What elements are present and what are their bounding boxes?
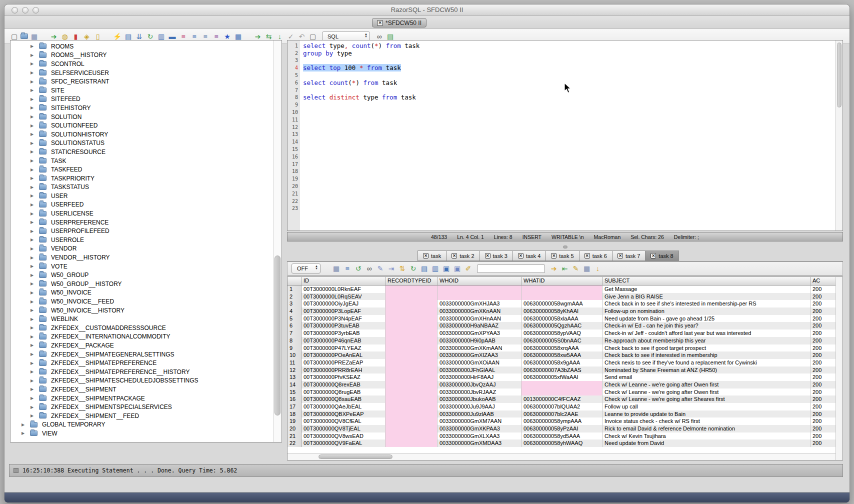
tree-item-zkfedex__shipmentspecialservices[interactable]: ▶ZKFEDEX__SHIPMENTSPECIALSERVICES: [10, 402, 273, 412]
disclosure-triangle-icon[interactable]: ▶: [30, 212, 35, 216]
disclosure-triangle-icon[interactable]: ▶: [22, 431, 26, 436]
edit-row-icon[interactable]: ✎: [376, 264, 385, 274]
results-tab-task-8[interactable]: ✕task 8: [645, 250, 678, 261]
editor-scrollbar-thumb[interactable]: [837, 42, 842, 108]
table-row[interactable]: 900T3000000P47LYEAZ0033000000GmXKmAAN006…: [288, 344, 842, 352]
table-row[interactable]: 1200T3000000PRR8rEAH0033000000JFhGlAAL00…: [288, 366, 842, 374]
pen-icon[interactable]: ✐: [464, 264, 473, 274]
disclosure-triangle-icon[interactable]: ▶: [30, 405, 35, 410]
disclosure-triangle-icon[interactable]: ▶: [30, 300, 35, 304]
disclosure-triangle-icon[interactable]: ▶: [30, 378, 35, 383]
table-row[interactable]: 2000T3000000QV8TjEAL0033000000GmXKPAA300…: [288, 425, 842, 432]
tree-item-w50_invoice[interactable]: ▶W50_INVOICE: [10, 288, 273, 298]
results-hscrollbar[interactable]: [288, 453, 836, 460]
disclosure-triangle-icon[interactable]: ▶: [30, 220, 35, 224]
tree-item-userfeed[interactable]: ▶USERFEED: [10, 200, 273, 210]
tree-item-rooms[interactable]: ▶ROOMS: [10, 42, 273, 51]
tree-item-sitehistory[interactable]: ▶SITEHISTORY: [10, 104, 273, 112]
results-tab-task-5[interactable]: ✕task 5: [546, 250, 579, 261]
results-tab-task-2[interactable]: ✕task 2: [446, 250, 480, 261]
limit-dropdown[interactable]: OFF ▲▼: [292, 264, 320, 274]
tree-item-taskpriority[interactable]: ▶TASKPRIORITY: [10, 174, 273, 183]
disclosure-triangle-icon[interactable]: ▶: [30, 150, 35, 154]
tree-item-userrole[interactable]: ▶USERROLE: [10, 236, 273, 244]
close-tab-icon[interactable]: ✕: [377, 20, 383, 26]
tree-item-task[interactable]: ▶TASK: [10, 156, 273, 166]
column-header-AC[interactable]: AC: [810, 277, 830, 285]
table-row[interactable]: 1500T3000000Q8rugEAB0033000000JbvRJAAZCh…: [288, 388, 842, 396]
tree-item-view[interactable]: ▶VIEW: [10, 429, 273, 438]
tree-item-userprofilefeed[interactable]: ▶USERPROFILEFEED: [10, 226, 273, 236]
sql-code-area[interactable]: select type, count(*) from taskgroup by …: [300, 40, 836, 230]
tree-item-vote[interactable]: ▶VOTE: [10, 262, 273, 271]
document-tab[interactable]: ✕ *SFDCW50 II: [372, 18, 426, 28]
splitter-handle[interactable]: [563, 246, 568, 248]
tree-item-zkfedex__shipmentpackage[interactable]: ▶ZKFEDEX__SHIPMENTPACKAGE: [10, 394, 273, 403]
disclosure-triangle-icon[interactable]: ▶: [30, 361, 35, 366]
tree-item-zkfedex__package[interactable]: ▶ZKFEDEX__PACKAGE: [10, 341, 273, 350]
tree-item-staticresource[interactable]: ▶STATICRESOURCE: [10, 148, 273, 156]
table-row[interactable]: 2200T3000000QV9FaEAL0033000000GmXMDAA300…: [288, 440, 842, 447]
results-tab-task-7[interactable]: ✕task 7: [612, 250, 646, 261]
tree-item-solutionfeed[interactable]: ▶SOLUTIONFEED: [10, 121, 273, 130]
import-file-icon[interactable]: ⇤: [560, 264, 570, 274]
tree-scrollbar-thumb[interactable]: [274, 256, 280, 416]
results-tab-task-4[interactable]: ✕task 4: [512, 250, 546, 261]
table-row[interactable]: 1600T3000000Q8sauEAB0033000000JbukoAAB00…: [288, 396, 842, 403]
table-row[interactable]: 200T3000000L0RqSEAVGive Jenn a BIG RAISE…: [288, 293, 842, 300]
tree-item-vendor__history[interactable]: ▶VENDOR__HISTORY: [10, 253, 273, 262]
disclosure-triangle-icon[interactable]: ▶: [30, 396, 35, 400]
table-row[interactable]: 1800T3000000QBXPeEAP0033000000Ju9zlAAB00…: [288, 410, 842, 418]
tree-item-scontrol[interactable]: ▶SCONTROL: [10, 60, 273, 68]
insert-row-icon[interactable]: ⇥: [386, 264, 396, 274]
tree-item-taskfeed[interactable]: ▶TASKFEED: [10, 165, 273, 174]
tree-item-zkfedex__internationalcommodity[interactable]: ▶ZKFEDEX__INTERNATIONALCOMMODITY: [10, 332, 273, 342]
tree-item-weblink[interactable]: ▶WEBLINK: [10, 314, 273, 324]
column-header-RECORDTYPEID[interactable]: RECORDTYPEID: [386, 277, 438, 285]
new-edit-icon[interactable]: ✎: [571, 264, 580, 274]
disclosure-triangle-icon[interactable]: ▶: [30, 132, 35, 136]
disclosure-triangle-icon[interactable]: ▶: [30, 114, 35, 119]
disclosure-triangle-icon[interactable]: ▶: [30, 70, 35, 75]
tree-item-zkfedex__shipment[interactable]: ▶ZKFEDEX__SHIPMENT: [10, 385, 273, 394]
sql-editor[interactable]: 1234567891011121314151617181920212223 se…: [287, 40, 843, 231]
column-header-ID[interactable]: ID: [302, 277, 386, 285]
tree-item-w50_invoice__feed[interactable]: ▶W50_INVOICE__FEED: [10, 297, 273, 306]
tree-item-solutionstatus[interactable]: ▶SOLUTIONSTATUS: [10, 139, 273, 148]
tree-item-zkfedex__shipmatescheduledjobssettings[interactable]: ▶ZKFEDEX__SHIPMATESCHEDULEDJOBSSETTINGS: [10, 376, 273, 386]
tree-item-sitefeed[interactable]: ▶SITEFEED: [10, 95, 273, 104]
describe-results-icon[interactable]: ▤: [420, 264, 429, 274]
disclosure-triangle-icon[interactable]: ▶: [30, 194, 35, 198]
disclosure-triangle-icon[interactable]: ▶: [30, 238, 35, 242]
close-results-tab-icon[interactable]: ✕: [485, 253, 490, 258]
disclosure-triangle-icon[interactable]: ▶: [30, 343, 35, 348]
tree-item-w50_group__history[interactable]: ▶W50_GROUP__HISTORY: [10, 280, 273, 288]
tree-item-selfserviceuser[interactable]: ▶SELFSERVICEUSER: [10, 68, 273, 78]
title-bar[interactable]: RazorSQL - SFDCW50 II: [4, 4, 850, 16]
tree-item-zkfedex__shipment__feed[interactable]: ▶ZKFEDEX__SHIPMENT__FEED: [10, 412, 273, 420]
disclosure-triangle-icon[interactable]: ▶: [30, 88, 35, 92]
find-next-icon[interactable]: ➔: [549, 264, 558, 274]
results-tab-task-6[interactable]: ✕task 6: [579, 250, 612, 261]
table-row[interactable]: 2100T3000000QV8wsEAD0033000000GmXLXAA300…: [288, 432, 842, 440]
disclosure-triangle-icon[interactable]: ▶: [30, 317, 35, 322]
tree-item-userlicense[interactable]: ▶USERLICENSE: [10, 209, 273, 218]
editor-scrollbar[interactable]: [836, 40, 842, 230]
table-row[interactable]: 1100T3000000PREZaEAP0033000000GmXOiAAN00…: [288, 359, 842, 366]
tree-item-sfdc_registrant[interactable]: ▶SFDC_REGISTRANT: [10, 77, 273, 86]
disclosure-triangle-icon[interactable]: ▶: [30, 141, 35, 146]
disclosure-triangle-icon[interactable]: ▶: [30, 62, 35, 66]
disclosure-triangle-icon[interactable]: ▶: [30, 53, 35, 58]
sort-updown-icon[interactable]: ⇅: [398, 264, 407, 274]
tree-item-w50_invoice__history[interactable]: ▶W50_INVOICE__HISTORY: [10, 306, 273, 315]
tree-item-vendor[interactable]: ▶VENDOR: [10, 244, 273, 254]
disclosure-triangle-icon[interactable]: ▶: [30, 308, 35, 312]
results-hscrollbar-thumb[interactable]: [318, 454, 392, 459]
disclosure-triangle-icon[interactable]: ▶: [30, 106, 35, 110]
close-results-tab-icon[interactable]: ✕: [584, 253, 590, 258]
results-tab-task-3[interactable]: ✕task 3: [480, 250, 513, 261]
disclosure-triangle-icon[interactable]: ▶: [30, 44, 35, 48]
disclosure-triangle-icon[interactable]: ▶: [30, 246, 35, 251]
disclosure-triangle-icon[interactable]: ▶: [30, 282, 35, 286]
tree-item-user[interactable]: ▶USER: [10, 192, 273, 200]
